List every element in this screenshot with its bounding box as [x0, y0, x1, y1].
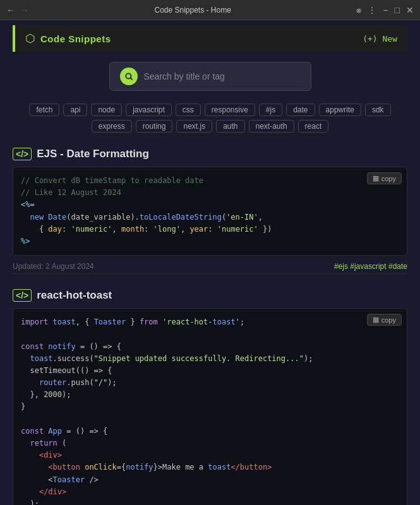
search-input[interactable] — [144, 71, 301, 81]
snippet-card: </> EJS - Date Formatting ▦ copy // Conv… — [13, 148, 407, 274]
copy-button[interactable]: ▦ copy — [367, 314, 402, 326]
search-box — [109, 62, 311, 91]
tag-item[interactable]: sdk — [365, 104, 391, 116]
app-header: ⬡ Code Snippets (+) New — [13, 25, 407, 52]
tag-item[interactable]: date — [286, 104, 315, 116]
snippets-container: </> EJS - Date Formatting ▦ copy // Conv… — [13, 148, 407, 505]
snippet-footer: Updated: 2 August 2024 #ejs #javascript … — [13, 262, 407, 271]
svg-line-1 — [130, 78, 132, 80]
tag-item[interactable]: responsive — [205, 104, 255, 116]
copy-icon: ▦ — [373, 174, 379, 182]
snippet-icon: </> — [13, 289, 32, 302]
app-header-left: ⬡ Code Snippets — [25, 32, 111, 45]
app-title: Code Snippets — [40, 33, 111, 44]
snippet-title: </> react-hot-toast — [13, 289, 407, 302]
close-icon[interactable]: ✕ — [406, 5, 414, 15]
updated-text: Updated: 2 August 2024 — [13, 262, 94, 271]
menu-icon[interactable]: ⋮ — [368, 5, 376, 15]
tag-item[interactable]: css — [176, 104, 201, 116]
footer-tags: #ejs #javascript #date — [334, 262, 407, 271]
tag-item[interactable]: appwrite — [319, 104, 361, 116]
tag-item[interactable]: fetch — [29, 104, 59, 116]
tag-item[interactable]: #js — [259, 104, 282, 116]
snippet-icon: </> — [13, 148, 32, 160]
code-block: ▦ copy import toast, { Toaster } from 'r… — [13, 308, 407, 505]
search-icon-wrap — [120, 68, 138, 85]
forward-button[interactable]: → — [20, 5, 29, 15]
tag-item[interactable]: node — [91, 104, 122, 116]
window-controls: ⎈ ⋮ − □ ✕ — [356, 5, 414, 15]
tag-item[interactable]: javascript — [126, 104, 172, 116]
window-title: Code Snippets - Home — [34, 6, 351, 15]
window-bar: ← → Code Snippets - Home ⎈ ⋮ − □ ✕ — [0, 0, 420, 20]
back-button[interactable]: ← — [6, 5, 15, 15]
tags-container: fetchapinodejavascriptcssresponsive#jsda… — [13, 104, 407, 133]
copy-label: copy — [381, 316, 396, 324]
tag-item[interactable]: express — [92, 120, 132, 133]
tag-item[interactable]: api — [63, 104, 87, 116]
snippet-title-text: EJS - Date Formatting — [37, 148, 149, 160]
snippet-title: </> EJS - Date Formatting — [13, 148, 407, 160]
copy-button[interactable]: ▦ copy — [367, 172, 402, 184]
divider — [13, 273, 407, 274]
tag-item[interactable]: auth — [216, 120, 244, 133]
main-content: fetchapinodejavascriptcssresponsive#jsda… — [0, 52, 420, 505]
share-icon[interactable]: ⎈ — [356, 5, 361, 15]
copy-label: copy — [381, 175, 396, 182]
app-logo-icon: ⬡ — [25, 32, 35, 45]
search-icon — [124, 72, 133, 81]
tag-item[interactable]: routing — [136, 120, 173, 133]
maximize-icon[interactable]: □ — [395, 5, 400, 15]
tag-item[interactable]: react — [298, 120, 329, 133]
snippet-card: </> react-hot-toast ▦ copy import toast,… — [13, 289, 407, 505]
snippet-title-text: react-hot-toast — [37, 289, 112, 302]
code-block: ▦ copy // Convert dB timeStamp to readab… — [13, 167, 407, 256]
tag-item[interactable]: next.js — [176, 120, 212, 133]
search-container — [13, 62, 407, 91]
tag-item[interactable]: next-auth — [249, 120, 294, 133]
copy-icon: ▦ — [373, 316, 379, 324]
new-snippet-button[interactable]: (+) New — [363, 34, 397, 44]
minimize-icon[interactable]: − — [383, 5, 388, 15]
